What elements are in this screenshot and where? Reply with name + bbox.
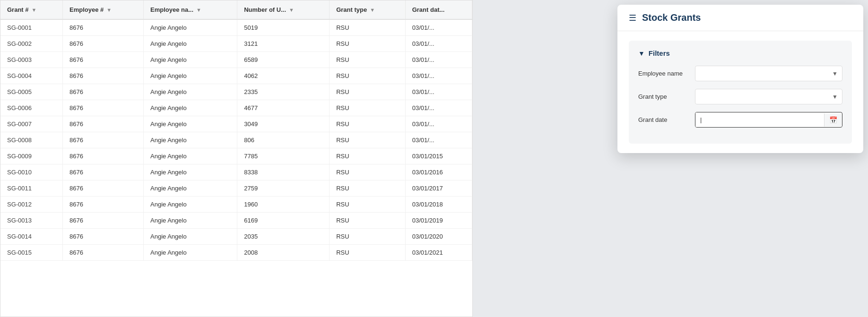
filter-icon-employee-num[interactable]: ▼	[106, 7, 112, 13]
cell-grant-type: RSU	[330, 52, 406, 68]
cell-number-of-u: 3049	[237, 116, 330, 132]
cell-grant-date: 03/01/2018	[405, 197, 472, 213]
cell-employee-name: Angie Angelo	[144, 229, 237, 245]
col-header-employee-name[interactable]: Employee na... ▼	[144, 0, 237, 19]
grant-date-control: 📅	[695, 112, 842, 128]
cell-grant-type: RSU	[330, 213, 406, 229]
cell-grant-date: 03/01/2020	[405, 229, 472, 245]
cell-number-of-u: 2035	[237, 229, 330, 245]
filter-icon-grant-num[interactable]: ▼	[32, 7, 37, 13]
cell-employee-name: Angie Angelo	[144, 100, 237, 116]
cell-employee-name: Angie Angelo	[144, 132, 237, 148]
cell-grant-num: SG-0004	[0, 68, 63, 84]
cell-number-of-u: 6169	[237, 213, 330, 229]
grant-date-label: Grant date	[638, 116, 695, 123]
cell-employee-num: 8676	[63, 164, 144, 180]
col-header-grant-date[interactable]: Grant dat...	[405, 0, 472, 19]
col-label-employee-name: Employee na...	[150, 6, 193, 13]
cell-grant-date: 03/01/...	[405, 100, 472, 116]
cell-grant-date: 03/01/...	[405, 68, 472, 84]
table-row: SG-0002 8676 Angie Angelo 3121 RSU 03/01…	[0, 36, 472, 52]
table-row: SG-0008 8676 Angie Angelo 806 RSU 03/01/…	[0, 132, 472, 148]
cell-grant-date: 03/01/...	[405, 84, 472, 100]
table-row: SG-0010 8676 Angie Angelo 8338 RSU 03/01…	[0, 164, 472, 180]
calendar-icon[interactable]: 📅	[824, 113, 842, 127]
filters-label: Filters	[649, 49, 670, 57]
cell-employee-name: Angie Angelo	[144, 116, 237, 132]
col-label-number-of-u: Number of U...	[244, 6, 286, 13]
cell-employee-num: 8676	[63, 245, 144, 261]
cell-grant-date: 03/01/...	[405, 132, 472, 148]
cell-grant-num: SG-0012	[0, 197, 63, 213]
cell-number-of-u: 4062	[237, 68, 330, 84]
table-row: SG-0001 8676 Angie Angelo 5019 RSU 03/01…	[0, 19, 472, 36]
cell-employee-name: Angie Angelo	[144, 19, 237, 36]
table-row: SG-0013 8676 Angie Angelo 6169 RSU 03/01…	[0, 213, 472, 229]
filters-header: ▼ Filters	[638, 49, 842, 57]
filter-icon-number-of-u[interactable]: ▼	[289, 7, 294, 13]
panel-body: ▼ Filters Employee name ▼ Grant type	[617, 31, 863, 153]
cell-employee-num: 8676	[63, 148, 144, 164]
cell-number-of-u: 2335	[237, 84, 330, 100]
employee-name-label: Employee name	[638, 70, 695, 77]
cell-grant-num: SG-0013	[0, 213, 63, 229]
hamburger-icon[interactable]: ☰	[629, 13, 636, 23]
col-header-number-of-u[interactable]: Number of U... ▼	[237, 0, 330, 19]
cell-grant-date: 03/01/2017	[405, 180, 472, 197]
funnel-icon: ▼	[638, 50, 645, 57]
filter-panel: ☰ Stock Grants ▼ Filters Employee name ▼	[617, 5, 863, 153]
cell-grant-type: RSU	[330, 19, 406, 36]
cell-number-of-u: 6589	[237, 52, 330, 68]
grant-date-filter-row: Grant date 📅	[638, 112, 842, 128]
cell-employee-num: 8676	[63, 116, 144, 132]
cell-employee-num: 8676	[63, 229, 144, 245]
employee-name-select[interactable]	[695, 66, 842, 81]
cell-grant-type: RSU	[330, 229, 406, 245]
cell-grant-type: RSU	[330, 116, 406, 132]
cell-employee-name: Angie Angelo	[144, 52, 237, 68]
cell-grant-num: SG-0015	[0, 245, 63, 261]
cell-employee-num: 8676	[63, 19, 144, 36]
cell-grant-date: 03/01/2021	[405, 245, 472, 261]
filter-icon-grant-type[interactable]: ▼	[370, 7, 375, 13]
cell-employee-name: Angie Angelo	[144, 84, 237, 100]
cell-employee-num: 8676	[63, 213, 144, 229]
cell-employee-num: 8676	[63, 68, 144, 84]
cell-grant-num: SG-0009	[0, 148, 63, 164]
cell-employee-name: Angie Angelo	[144, 68, 237, 84]
filter-icon-employee-name[interactable]: ▼	[196, 7, 201, 13]
cell-employee-name: Angie Angelo	[144, 197, 237, 213]
cell-employee-num: 8676	[63, 197, 144, 213]
cell-grant-date: 03/01/...	[405, 52, 472, 68]
cell-grant-num: SG-0002	[0, 36, 63, 52]
table-row: SG-0004 8676 Angie Angelo 4062 RSU 03/01…	[0, 68, 472, 84]
cell-employee-name: Angie Angelo	[144, 164, 237, 180]
cell-number-of-u: 7785	[237, 148, 330, 164]
table-row: SG-0012 8676 Angie Angelo 1960 RSU 03/01…	[0, 197, 472, 213]
cell-number-of-u: 4677	[237, 100, 330, 116]
col-header-grant-num[interactable]: Grant # ▼	[0, 0, 63, 19]
table-row: SG-0011 8676 Angie Angelo 2759 RSU 03/01…	[0, 180, 472, 197]
cell-grant-type: RSU	[330, 245, 406, 261]
cell-employee-name: Angie Angelo	[144, 36, 237, 52]
cell-employee-num: 8676	[63, 100, 144, 116]
cell-grant-num: SG-0011	[0, 180, 63, 197]
cell-employee-name: Angie Angelo	[144, 213, 237, 229]
cell-employee-num: 8676	[63, 84, 144, 100]
grant-date-input[interactable]	[695, 112, 824, 127]
cell-grant-date: 03/01/2019	[405, 213, 472, 229]
table-row: SG-0006 8676 Angie Angelo 4677 RSU 03/01…	[0, 100, 472, 116]
cell-number-of-u: 3121	[237, 36, 330, 52]
col-header-grant-type[interactable]: Grant type ▼	[330, 0, 406, 19]
cell-grant-type: RSU	[330, 84, 406, 100]
filters-section: ▼ Filters Employee name ▼ Grant type	[629, 41, 852, 144]
cell-employee-num: 8676	[63, 180, 144, 197]
cell-grant-num: SG-0005	[0, 84, 63, 100]
table-row: SG-0015 8676 Angie Angelo 2008 RSU 03/01…	[0, 245, 472, 261]
table-row: SG-0005 8676 Angie Angelo 2335 RSU 03/01…	[0, 84, 472, 100]
grant-type-select[interactable]: RSU	[695, 89, 842, 104]
cell-grant-date: 03/01/...	[405, 19, 472, 36]
col-header-employee-num[interactable]: Employee # ▼	[63, 0, 144, 19]
panel-header: ☰ Stock Grants	[617, 5, 863, 31]
table-row: SG-0014 8676 Angie Angelo 2035 RSU 03/01…	[0, 229, 472, 245]
